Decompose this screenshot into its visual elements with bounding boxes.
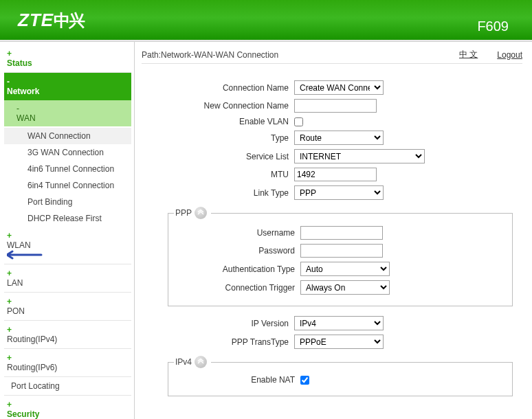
label-conn-trigger: Connection Trigger (174, 283, 300, 293)
select-ppp-transtype[interactable]: PPPoE (294, 335, 384, 349)
logout-link[interactable]: Logout (497, 50, 522, 60)
legend-ipv4: IPv4 (174, 356, 211, 368)
input-new-connection-name[interactable] (294, 99, 377, 113)
label-connection-name: Connection Name (142, 83, 294, 93)
legend-ppp: PPP (174, 207, 211, 219)
sidebar-item-routing-ipv6[interactable]: +Routing(IPv6) (4, 349, 131, 377)
sidebar-item-port-locating[interactable]: Port Locating (4, 377, 131, 396)
label-new-connection-name: New Connection Name (142, 101, 294, 111)
label-type: Type (142, 133, 294, 143)
checkbox-enable-vlan[interactable] (294, 117, 303, 126)
sidebar-leaf-6in4[interactable]: 6in4 Tunnel Connection (4, 177, 131, 194)
fieldset-ipv4: IPv4 Enable NAT (168, 356, 513, 396)
label-enable-nat: Enable NAT (174, 375, 300, 385)
content-pane: Path:Network-WAN-WAN Connection 中 文 Logo… (135, 42, 532, 419)
sidebar-item-pon[interactable]: +PON (4, 293, 131, 321)
collapse-icon[interactable] (195, 207, 207, 219)
sidebar-item-routing-ipv4[interactable]: +Routing(IPv4) (4, 321, 131, 349)
sidebar-item-wlan[interactable]: +WLAN (4, 227, 131, 264)
fieldset-ppp: PPP Username Password Authentication Typ… (168, 207, 513, 306)
brand-cn: 中兴 (54, 11, 84, 30)
breadcrumb: Path:Network-WAN-WAN Connection (142, 50, 440, 60)
collapse-icon[interactable] (195, 356, 207, 368)
input-username[interactable] (300, 226, 383, 240)
path-bar: Path:Network-WAN-WAN Connection 中 文 Logo… (142, 46, 522, 64)
label-service-list: Service List (142, 152, 294, 161)
label-auth-type: Authentication Type (174, 264, 300, 274)
sidebar-item-network[interactable]: -Network (4, 73, 131, 100)
sidebar-leaf-dhcp-release[interactable]: DHCP Release First (4, 210, 131, 227)
sidebar-item-security[interactable]: +Security (4, 396, 131, 419)
label-ip-version: IP Version (142, 319, 294, 328)
label-enable-vlan: Enable VLAN (142, 117, 294, 126)
sidebar-leaf-port-binding[interactable]: Port Binding (4, 194, 131, 210)
language-link[interactable]: 中 文 (459, 49, 478, 60)
select-service-list[interactable]: INTERNET (294, 149, 425, 163)
sidebar-item-status[interactable]: +Status (4, 45, 131, 73)
label-password: Password (174, 246, 300, 256)
wan-form: Connection Name Create WAN Connection Ne… (142, 80, 522, 396)
select-type[interactable]: Route (294, 131, 384, 145)
sidebar-leaf-4in6[interactable]: 4in6 Tunnel Connection (4, 161, 131, 177)
checkbox-enable-nat[interactable] (300, 376, 309, 385)
select-auth-type[interactable]: Auto (300, 262, 390, 276)
select-connection-name[interactable]: Create WAN Connection (294, 80, 384, 95)
arrow-annotation-icon (7, 250, 130, 260)
label-link-type: Link Type (142, 188, 294, 198)
label-ppp-transtype: PPP TransType (142, 337, 294, 347)
brand-en: ZTE (18, 10, 54, 30)
input-mtu[interactable] (294, 168, 377, 181)
brand-logo: ZTE中兴 (18, 10, 84, 32)
label-username: Username (174, 228, 300, 238)
label-mtu: MTU (142, 170, 294, 179)
sidebar: +Status -Network -WAN WAN Connection 3G … (0, 42, 135, 419)
select-conn-trigger[interactable]: Always On (300, 280, 390, 295)
sidebar-sub-wan[interactable]: -WAN (4, 100, 131, 126)
model-label: F609 (477, 19, 509, 34)
select-ip-version[interactable]: IPv4 (294, 316, 384, 330)
header-banner: ZTE中兴 F609 (0, 0, 532, 40)
input-password[interactable] (300, 244, 383, 258)
sidebar-item-lan[interactable]: +LAN (4, 264, 131, 293)
sidebar-leaf-wan-connection[interactable]: WAN Connection (4, 128, 131, 144)
select-link-type[interactable]: PPP (294, 185, 384, 200)
sidebar-leaf-3g-wan[interactable]: 3G WAN Connection (4, 144, 131, 161)
